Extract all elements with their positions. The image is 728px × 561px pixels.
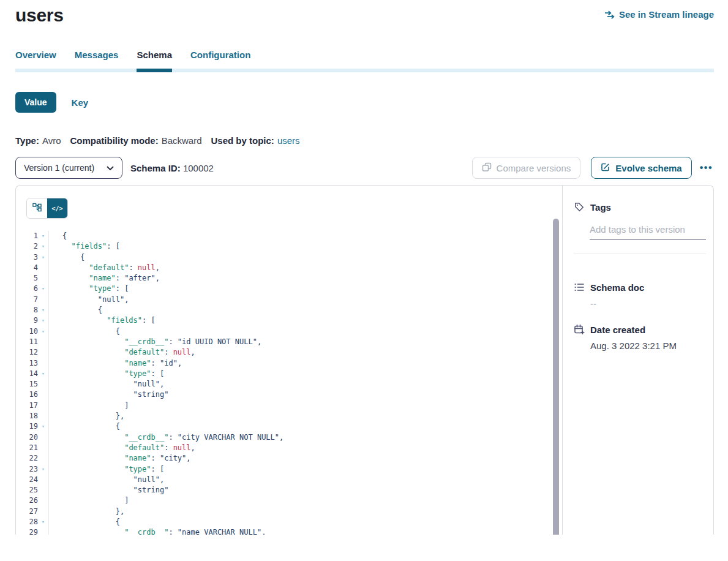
fold-toggle-icon[interactable]: ▾ [38, 231, 48, 241]
fold-toggle-icon[interactable]: ▾ [38, 315, 48, 326]
code-text: { [48, 421, 562, 432]
tab-messages[interactable]: Messages [75, 50, 119, 60]
schema-doc-value: -- [590, 298, 706, 309]
fold-toggle-icon[interactable]: ▾ [38, 252, 48, 263]
line-number: 28 [16, 517, 38, 527]
line-number: 5 [16, 273, 38, 284]
version-toolbar: Version 1 (current) Schema ID: 100002 Co… [15, 157, 714, 179]
edit-icon [601, 162, 610, 174]
fold-toggle-icon[interactable]: ▾ [38, 305, 48, 315]
line-number: 20 [16, 432, 38, 443]
fold-toggle-icon[interactable]: ▾ [38, 517, 48, 527]
code-line: 4 "default": null, [16, 263, 562, 273]
code-view-button[interactable]: </> [47, 198, 67, 218]
evolve-schema-button[interactable]: Evolve schema [591, 157, 691, 179]
line-number: 4 [16, 263, 38, 273]
line-number: 19 [16, 421, 38, 432]
code-text: "name": "after", [48, 273, 562, 284]
line-number: 21 [16, 443, 38, 453]
type-value: Avro [42, 135, 61, 146]
code-line: 28▾ { [16, 517, 562, 527]
fold-spacer [38, 453, 48, 464]
schema-sidebar: Tags Schema do [562, 186, 714, 535]
code-line: 29 "__crdb__": "name VARCHAR NULL", [16, 527, 562, 535]
tab-configuration[interactable]: Configuration [190, 50, 250, 60]
line-number: 13 [16, 358, 38, 369]
line-number: 11 [16, 337, 38, 347]
topic-link[interactable]: users [277, 135, 300, 146]
value-key-toggle: Value Key [15, 92, 714, 113]
code-line: 1▾{ [16, 231, 562, 241]
compare-versions-button[interactable]: Compare versions [472, 157, 581, 179]
tab-bar: Overview Messages Schema Configuration [15, 50, 714, 72]
code-line: 25 "string" [16, 485, 562, 495]
code-line: 6▾ "type": [ [16, 284, 562, 294]
code-text: "type": [ [48, 369, 562, 379]
fold-spacer [38, 295, 48, 305]
line-number: 22 [16, 453, 38, 464]
tags-header: Tags [574, 201, 706, 213]
line-number: 17 [16, 401, 38, 411]
code-text: }, [48, 411, 562, 421]
code-view-icon: </> [51, 205, 62, 212]
tree-view-button[interactable] [27, 198, 47, 218]
line-number: 1 [16, 231, 38, 241]
code-text: "name": "city", [48, 453, 562, 464]
code-line: 3▾ { [16, 252, 562, 263]
schema-page: users See in Stream lineage Overview Mes… [0, 0, 728, 561]
value-toggle-button[interactable]: Value [15, 92, 56, 113]
fold-toggle-icon[interactable]: ▾ [38, 284, 48, 294]
code-line: 27 }, [16, 506, 562, 517]
tab-overview[interactable]: Overview [15, 50, 56, 60]
code-text: "__crdb__": "name VARCHAR NULL", [48, 527, 562, 535]
stream-lineage-link[interactable]: See in Stream lineage [604, 9, 714, 20]
stream-lineage-icon [604, 10, 615, 19]
code-text: "type": [ [48, 284, 562, 294]
schema-id-label: Schema ID: [130, 163, 181, 173]
code-text: "name": "id", [48, 358, 562, 369]
version-select[interactable]: Version 1 (current) [15, 157, 122, 179]
date-created-header: Date created [574, 324, 706, 335]
fold-spacer [38, 358, 48, 369]
scrollbar-thumb[interactable] [553, 219, 559, 535]
fold-spacer [38, 443, 48, 453]
code-scrollbar[interactable] [553, 219, 559, 535]
fold-toggle-icon[interactable]: ▾ [38, 241, 48, 252]
schema-id: Schema ID: 100002 [130, 163, 214, 173]
key-toggle-button[interactable]: Key [72, 97, 89, 108]
line-number: 2 [16, 241, 38, 252]
tag-icon [574, 201, 585, 213]
doc-list-icon [574, 282, 585, 293]
fold-toggle-icon[interactable]: ▾ [38, 326, 48, 337]
date-created-section: Date created Aug. 3 2022 3:21 PM [574, 324, 706, 351]
more-actions-button[interactable]: ••• [699, 160, 714, 176]
active-tab-indicator [137, 69, 172, 72]
code-line: 8▾ { [16, 305, 562, 315]
code-text: "__crdb__": "city VARCHAR NOT NULL", [48, 432, 562, 443]
type-label: Type: [15, 135, 39, 146]
code-text: "fields": [ [48, 315, 562, 326]
line-number: 15 [16, 379, 38, 390]
fold-toggle-icon[interactable]: ▾ [38, 421, 48, 432]
page-title: users [15, 5, 64, 25]
date-created-value: Aug. 3 2022 3:21 PM [590, 341, 706, 351]
schema-id-value: 100002 [183, 163, 214, 173]
add-tags-input[interactable] [590, 224, 706, 239]
code-text: "fields": [ [48, 241, 562, 252]
code-lines: 1▾{2▾ "fields": [3▾ {4 "default": null,5… [16, 231, 562, 535]
line-number: 12 [16, 347, 38, 358]
code-text: "null", [48, 379, 562, 390]
evolve-schema-label: Evolve schema [615, 163, 681, 173]
code-text: { [48, 252, 562, 263]
tab-schema[interactable]: Schema [137, 50, 172, 60]
schema-doc-title: Schema doc [590, 282, 644, 293]
fold-toggle-icon[interactable]: ▾ [38, 369, 48, 379]
schema-meta-row: Type: Avro Compatibility mode: Backward … [15, 135, 714, 146]
code-text: "__crdb__": "id UUID NOT NULL", [48, 337, 562, 347]
code-text: "default": null, [48, 347, 562, 358]
code-line: 18 }, [16, 411, 562, 421]
fold-toggle-icon[interactable]: ▾ [38, 464, 48, 475]
fold-spacer [38, 379, 48, 390]
tab-underline-track [15, 69, 714, 72]
fold-spacer [38, 432, 48, 443]
